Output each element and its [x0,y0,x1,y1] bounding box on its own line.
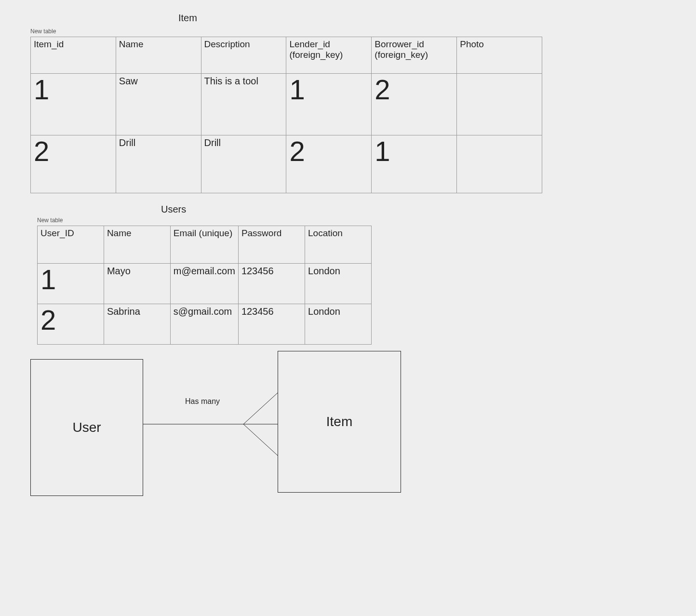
users-cell-user-id: 1 [38,264,104,304]
item-cell-item-id: 1 [31,74,116,135]
users-col-name: Name [104,226,170,264]
users-cell-password: 123456 [238,304,305,345]
erd-user-box: User [30,359,143,496]
users-cell-location: London [305,304,372,345]
item-cell-lender-id: 1 [286,74,372,135]
users-cell-email: m@email.com [170,264,238,304]
item-col-photo: Photo [457,37,542,74]
table-row: 1 Mayo m@email.com 123456 London [38,264,372,304]
table-row: 1 Saw This is a tool 1 2 [31,74,542,135]
erd-user-label: User [72,420,101,435]
item-col-lender-id: Lender_id (foreign_key) [286,37,372,74]
item-cell-borrower-id: 2 [372,74,457,135]
item-col-borrower-id: Borrower_id (foreign_key) [372,37,457,74]
item-cell-photo [457,135,542,193]
erd-item-label: Item [326,414,352,429]
item-cell-lender-id: 2 [286,135,372,193]
svg-line-1 [243,393,278,424]
users-new-table-label: New table [37,217,63,224]
item-cell-name: Saw [116,74,201,135]
users-col-location: Location [305,226,372,264]
users-cell-user-id: 2 [38,304,104,345]
table-row: 2 Sabrina s@gmail.com 123456 London [38,304,372,345]
item-col-name: Name [116,37,201,74]
users-cell-name: Mayo [104,264,170,304]
item-col-description: Description [201,37,286,74]
erd-relation-label: Has many [185,397,220,406]
item-cell-description: This is a tool [201,74,286,135]
item-cell-borrower-id: 1 [372,135,457,193]
users-table-title: Users [161,204,186,215]
table-row: 2 Drill Drill 2 1 [31,135,542,193]
svg-line-3 [243,424,278,455]
item-new-table-label: New table [30,28,56,35]
item-cell-description: Drill [201,135,286,193]
item-col-item-id: Item_id [31,37,116,74]
users-cell-location: London [305,264,372,304]
erd-item-box: Item [278,351,401,493]
users-col-email: Email (unique) [170,226,238,264]
item-cell-item-id: 2 [31,135,116,193]
item-table: Item_id Name Description Lender_id (fore… [30,37,542,193]
users-cell-password: 123456 [238,264,305,304]
users-cell-name: Sabrina [104,304,170,345]
users-col-password: Password [238,226,305,264]
users-table: User_ID Name Email (unique) Password Loc… [37,226,372,345]
users-col-user-id: User_ID [38,226,104,264]
item-cell-photo [457,74,542,135]
item-cell-name: Drill [116,135,201,193]
users-cell-email: s@gmail.com [170,304,238,345]
item-table-title: Item [178,13,197,24]
